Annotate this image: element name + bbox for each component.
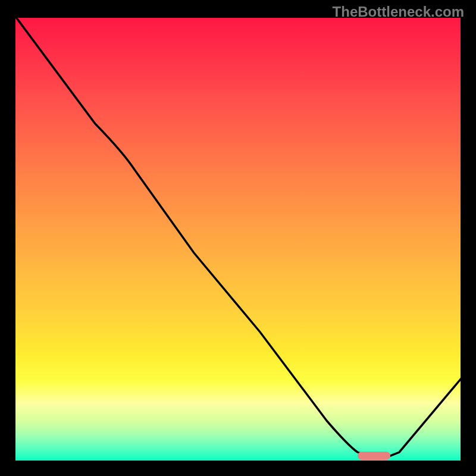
plot-area bbox=[15, 18, 461, 461]
curve-path bbox=[15, 18, 461, 456]
watermark-text: TheBottleneck.com bbox=[333, 4, 464, 20]
bottleneck-curve bbox=[15, 18, 461, 461]
minimum-marker bbox=[358, 452, 390, 460]
chart-container: TheBottleneck.com bbox=[0, 0, 476, 476]
